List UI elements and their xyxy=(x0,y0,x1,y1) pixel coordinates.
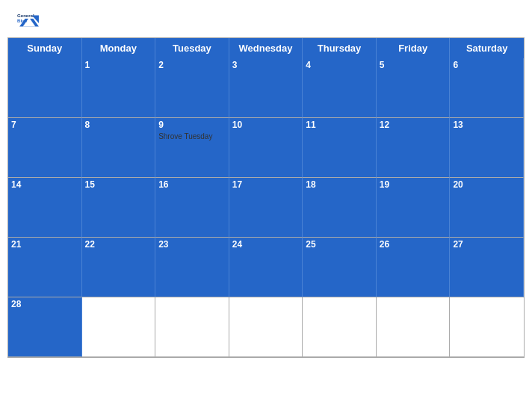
logo: General Blue xyxy=(15,10,43,31)
day-header-thursday: Thursday xyxy=(303,38,377,58)
calendar: SundayMondayTuesdayWednesdayThursdayFrid… xyxy=(7,37,525,358)
day-header-saturday: Saturday xyxy=(450,38,524,58)
calendar-header: General Blue xyxy=(7,7,525,33)
cal-cell: 11 xyxy=(303,118,377,178)
date-number: 22 xyxy=(85,239,152,250)
svg-text:General: General xyxy=(17,13,34,18)
cal-cell: 18 xyxy=(303,178,377,238)
cal-cell: 1 xyxy=(82,58,156,118)
date-number: 23 xyxy=(158,239,226,250)
cal-cell: 28 xyxy=(8,297,82,357)
date-number: 2 xyxy=(158,60,226,70)
cal-cell: 25 xyxy=(303,238,377,297)
date-number: 5 xyxy=(380,60,447,70)
date-number: 4 xyxy=(306,60,373,70)
cal-cell xyxy=(82,297,156,357)
cal-cell xyxy=(377,297,451,357)
date-number: 10 xyxy=(232,120,300,130)
date-number: 26 xyxy=(380,239,447,250)
date-number: 7 xyxy=(11,120,78,130)
logo-icon: General Blue xyxy=(15,10,43,31)
date-number: 18 xyxy=(306,179,373,190)
cal-cell: 4 xyxy=(303,58,377,118)
date-number: 9 xyxy=(158,120,226,130)
cal-cell xyxy=(450,297,524,357)
cal-cell: 27 xyxy=(450,238,524,297)
date-number: 25 xyxy=(306,239,373,250)
date-number: 17 xyxy=(232,179,300,190)
cal-cell: 20 xyxy=(450,178,524,238)
cal-cell: 24 xyxy=(229,238,303,297)
cal-cell: 5 xyxy=(377,58,451,118)
day-header-tuesday: Tuesday xyxy=(155,38,229,58)
cal-cell: 9Shrove Tuesday xyxy=(155,118,229,178)
cal-cell: 23 xyxy=(155,238,229,297)
date-number: 14 xyxy=(11,179,78,190)
date-number: 12 xyxy=(380,120,447,130)
cal-cell xyxy=(155,297,229,357)
date-number: 3 xyxy=(232,60,300,70)
cal-cell: 16 xyxy=(155,178,229,238)
date-number: 1 xyxy=(85,60,152,70)
day-header-monday: Monday xyxy=(82,38,156,58)
cal-cell: 6 xyxy=(450,58,524,118)
date-number: 8 xyxy=(85,120,152,130)
cal-cell: 19 xyxy=(377,178,451,238)
date-number: 24 xyxy=(232,239,300,250)
date-number: 16 xyxy=(158,179,226,190)
cal-cell: 15 xyxy=(82,178,156,238)
cal-cell xyxy=(229,297,303,357)
event-label: Shrove Tuesday xyxy=(158,132,226,141)
cal-cell: 8 xyxy=(82,118,156,178)
date-number: 6 xyxy=(453,60,520,70)
day-header-sunday: Sunday xyxy=(8,38,82,58)
cal-cell: 13 xyxy=(450,118,524,178)
date-number: 15 xyxy=(85,179,152,190)
date-number: 13 xyxy=(453,120,520,130)
calendar-grid: 123456789Shrove Tuesday10111213141516171… xyxy=(8,58,524,357)
cal-cell: 12 xyxy=(377,118,451,178)
cal-cell xyxy=(303,297,377,357)
day-header-friday: Friday xyxy=(377,38,451,58)
date-number: 20 xyxy=(453,179,520,190)
date-number: 28 xyxy=(11,299,78,309)
date-number: 21 xyxy=(11,239,78,250)
cal-cell xyxy=(8,58,82,118)
cal-cell: 7 xyxy=(8,118,82,178)
date-number: 19 xyxy=(380,179,447,190)
date-number: 11 xyxy=(306,120,373,130)
day-headers: SundayMondayTuesdayWednesdayThursdayFrid… xyxy=(8,38,524,58)
svg-text:Blue: Blue xyxy=(17,18,28,23)
cal-cell: 14 xyxy=(8,178,82,238)
cal-cell: 17 xyxy=(229,178,303,238)
cal-cell: 21 xyxy=(8,238,82,297)
cal-cell: 22 xyxy=(82,238,156,297)
cal-cell: 26 xyxy=(377,238,451,297)
cal-cell: 2 xyxy=(155,58,229,118)
cal-cell: 10 xyxy=(229,118,303,178)
day-header-wednesday: Wednesday xyxy=(229,38,303,58)
date-number: 27 xyxy=(453,239,520,250)
cal-cell: 3 xyxy=(229,58,303,118)
